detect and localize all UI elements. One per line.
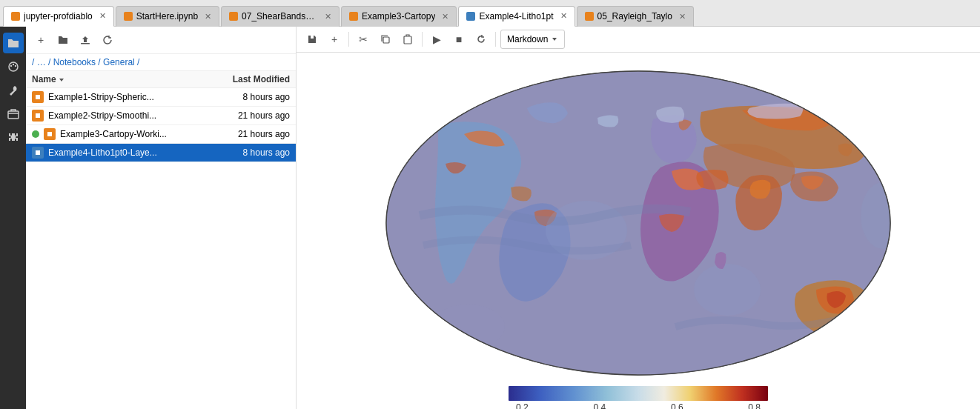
tab-label-example3: Example3-Cartopy [362, 11, 435, 21]
colorbar-container: 0.2 0.4 0.6 0.8 [509, 386, 768, 409]
breadcrumb-path[interactable]: / … / Notebooks / General / [32, 57, 139, 67]
file-item-example3[interactable]: Example3-Cartopy-Worki... 21 hours ago [26, 125, 296, 144]
tab-icon-jupyter [11, 12, 20, 21]
notebook-content: 0.2 0.4 0.6 0.8 [297, 53, 980, 409]
tab-close-shearbands[interactable]: ✕ [325, 12, 331, 21]
file-name-example2: Example2-Stripy-Smoothi... [48, 110, 211, 121]
new-folder-button[interactable] [54, 31, 72, 49]
tab-label-shearbands: 07_ShearBandsPur [242, 11, 318, 21]
sidebar-icon-palette[interactable] [3, 56, 24, 77]
map-container: 0.2 0.4 0.6 0.8 [379, 67, 898, 409]
main-area: + / … / Notebooks / General / Name Last … [0, 27, 980, 409]
file-name-example4: Example4-Litho1pt0-Laye... [48, 147, 211, 158]
file-panel: + / … / Notebooks / General / Name Last … [26, 27, 297, 409]
tab-icon-example3 [349, 12, 358, 21]
tab-rayleigh[interactable]: 05_Rayleigh_Taylo ✕ [577, 6, 694, 27]
add-cell-button[interactable]: + [325, 30, 344, 49]
upload-button[interactable] [76, 31, 94, 49]
file-item-example1[interactable]: Example1-Stripy-Spheric... 8 hours ago [26, 88, 296, 107]
tab-starthere[interactable]: StartHere.ipynb ✕ [116, 6, 219, 27]
cell-type-label: Markdown [507, 34, 548, 44]
paste-button[interactable] [398, 30, 417, 49]
file-name-example3: Example3-Cartopy-Worki... [60, 129, 211, 139]
file-icon-example1 [32, 91, 44, 103]
colorbar-label-04: 0.4 [593, 402, 606, 409]
tab-bar: jupyter-profdiablo ✕ StartHere.ipynb ✕ 0… [0, 0, 980, 27]
run-button[interactable]: ▶ [427, 30, 446, 49]
cut-button[interactable]: ✂ [354, 30, 373, 49]
file-icon-example3 [44, 128, 56, 140]
toolbar-separator-1 [348, 32, 349, 47]
tab-close-example4[interactable]: ✕ [560, 11, 567, 21]
sidebar-icon-folder2[interactable] [3, 104, 24, 124]
tab-example4[interactable]: Example4-Litho1pt ✕ [458, 6, 575, 27]
tab-close-starthere[interactable]: ✕ [205, 12, 211, 21]
svg-point-17 [431, 305, 505, 349]
tab-label: jupyter-profdiablo [24, 11, 93, 21]
col-name-header[interactable]: Name [32, 74, 201, 84]
file-list: Example1-Stripy-Spheric... 8 hours ago E… [26, 88, 296, 409]
tab-close-example3[interactable]: ✕ [442, 12, 448, 21]
colorbar-label-08: 0.8 [748, 402, 761, 409]
sidebar-icon-puzzle[interactable] [3, 127, 24, 148]
notebook-area: + ✂ ▶ ■ Markdown [297, 27, 980, 409]
file-item-example4[interactable]: Example4-Litho1pt0-Laye... 8 hours ago [26, 144, 296, 162]
colorbar-label-02: 0.2 [516, 402, 529, 409]
colorbar [509, 386, 768, 401]
svg-rect-10 [383, 37, 389, 43]
tab-icon-example4 [466, 12, 475, 21]
file-icon-example2 [32, 110, 44, 122]
toolbar-separator-3 [495, 32, 496, 47]
tab-label-example4: Example4-Litho1pt [479, 11, 553, 21]
save-button[interactable] [302, 30, 322, 49]
file-time-example3: 21 hours ago [216, 129, 290, 139]
tab-shearbands[interactable]: 07_ShearBandsPur ✕ [221, 6, 340, 27]
file-list-header: Name Last Modified [26, 71, 296, 88]
file-status-example3 [32, 130, 39, 138]
col-modified-header[interactable]: Last Modified [201, 74, 290, 84]
file-item-example2[interactable]: Example2-Stripy-Smoothi... 21 hours ago [26, 107, 296, 125]
tab-icon-shearbands [229, 12, 238, 21]
copy-button[interactable] [376, 30, 395, 49]
breadcrumb: / … / Notebooks / General / [26, 54, 296, 71]
notebook-toolbar: + ✂ ▶ ■ Markdown [297, 27, 980, 53]
cell-type-dropdown[interactable]: Markdown [500, 30, 565, 49]
svg-point-2 [14, 65, 16, 67]
tab-jupyter-profdiablo[interactable]: jupyter-profdiablo ✕ [3, 6, 114, 27]
file-name-example1: Example1-Stripy-Spheric... [48, 92, 211, 102]
svg-point-3 [12, 64, 13, 65]
world-map [379, 67, 898, 379]
tab-close-rayleigh[interactable]: ✕ [679, 12, 686, 21]
stop-button[interactable]: ■ [449, 30, 469, 49]
svg-rect-5 [81, 43, 90, 44]
tab-icon-rayleigh [585, 12, 594, 21]
new-tab-button[interactable]: + [32, 31, 50, 49]
sidebar-icon-folder[interactable] [3, 33, 24, 53]
sidebar-icon-tools[interactable] [3, 80, 24, 101]
svg-rect-4 [8, 111, 19, 119]
refresh-button[interactable] [99, 31, 116, 49]
toolbar-separator-2 [422, 32, 423, 47]
tab-label-rayleigh: 05_Rayleigh_Taylo [597, 11, 672, 21]
file-time-example4: 8 hours ago [216, 147, 290, 158]
file-time-example2: 21 hours ago [216, 110, 290, 121]
file-icon-example4 [32, 147, 44, 159]
world-map-svg [379, 67, 898, 379]
restart-button[interactable] [471, 30, 491, 49]
svg-rect-11 [404, 36, 411, 44]
tab-icon-starthere [124, 12, 133, 21]
file-panel-toolbar: + [26, 27, 296, 54]
file-time-example1: 8 hours ago [216, 92, 290, 102]
sidebar-icons [0, 27, 26, 409]
svg-point-1 [10, 65, 11, 67]
colorbar-labels: 0.2 0.4 0.6 0.8 [509, 402, 768, 409]
tab-close[interactable]: ✕ [99, 11, 106, 21]
svg-point-16 [694, 264, 761, 316]
colorbar-label-06: 0.6 [671, 402, 683, 409]
tab-example3[interactable]: Example3-Cartopy ✕ [341, 6, 457, 27]
tab-label-starthere: StartHere.ipynb [136, 11, 198, 21]
